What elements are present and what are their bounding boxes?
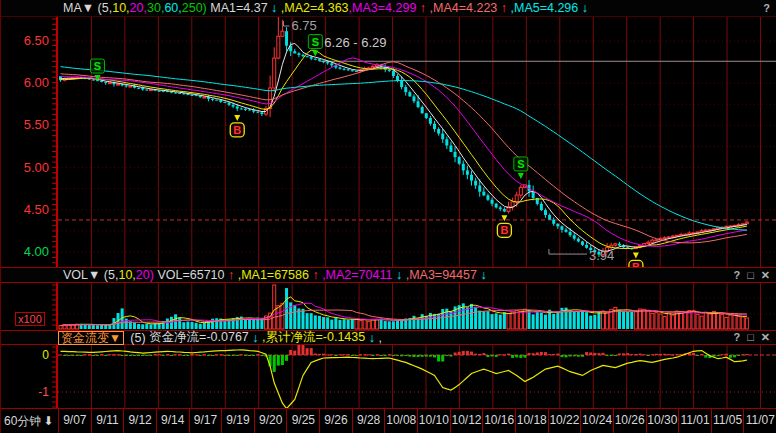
date-label: 10/16	[482, 409, 515, 433]
cumulative-flow-line	[61, 350, 747, 408]
date-label: 11/07	[743, 409, 776, 433]
close-icon[interactable]: ✕	[761, 331, 770, 344]
header-segment: (	[94, 1, 102, 15]
header-segment: ,MA1=67586	[234, 268, 309, 282]
volume-indicator-header: VOL▼ (5,10,20) VOL=65710 ↑ ,MA1=67586 ↑ …	[1, 267, 776, 283]
date-label: 10/18	[515, 409, 548, 433]
header-segment: ↑	[309, 268, 319, 282]
price-axis-label: 5.00	[24, 160, 49, 175]
capital-flow-header: 资金流变▼ (5) 资金净流=-0.0767 ↓ ,累计净流=-0.1435 ↓…	[1, 330, 776, 345]
svg-text:B: B	[500, 224, 508, 236]
date-label: 9/07	[58, 409, 91, 433]
maximize-icon[interactable]: □	[747, 331, 754, 344]
header-segment: ,MA2=4.363	[277, 1, 348, 15]
header-segment: 5,	[108, 268, 118, 282]
maximize-icon[interactable]: □	[747, 269, 754, 282]
date-label: 10/12	[450, 409, 483, 433]
header-segment: ↓	[578, 1, 588, 15]
date-label: 9/17	[189, 409, 222, 433]
price-axis-label: 6.00	[24, 75, 49, 90]
header-segment: 60,	[164, 1, 181, 15]
svg-text:S: S	[517, 158, 524, 170]
header-segment: (	[100, 268, 108, 282]
header-segment: ,MA3=94457	[402, 268, 477, 282]
vol-dropdown[interactable]: VOL▼	[63, 268, 100, 282]
date-label: 9/26	[319, 409, 352, 433]
price-axis-label: 4.00	[24, 244, 49, 259]
panel-controls: ?□✕	[733, 331, 776, 344]
sell-price-range: 6.26 - 6.29	[324, 35, 386, 50]
flow-axis-label: -1	[38, 385, 49, 399]
date-label: 11/01	[678, 409, 711, 433]
date-label: 9/19	[221, 409, 254, 433]
price-axis-label: 5.50	[24, 117, 49, 132]
header-segment: ,MA4=4.223	[426, 1, 497, 15]
svg-text:B: B	[632, 261, 640, 267]
date-label: 9/11	[91, 409, 124, 433]
header-segment: 5,	[102, 1, 112, 15]
header-segment: 20,	[130, 1, 147, 15]
date-label: 9/28	[352, 409, 385, 433]
header-segment: ,累计净流=-0.1435	[259, 329, 366, 346]
date-label: 9/25	[286, 409, 319, 433]
header-segment: ,	[375, 331, 382, 345]
header-segment: ↑	[416, 1, 426, 15]
date-label: 10/26	[613, 409, 646, 433]
period-selector[interactable]: 60分钟 ⬇	[1, 409, 58, 433]
ma-dropdown[interactable]: MA▼	[63, 1, 94, 15]
header-segment: ↑	[224, 268, 234, 282]
buy-marker: B	[497, 215, 511, 237]
date-label: 10/08	[384, 409, 417, 433]
header-segment: ↓	[268, 1, 278, 15]
header-segment: ,MA3=4.299	[349, 1, 417, 15]
flow-indicator-dropdown[interactable]: 资金流变▼	[58, 331, 124, 345]
help-icon[interactable]: ?	[733, 331, 740, 344]
date-label: 10/22	[548, 409, 581, 433]
period-label: 60分钟	[4, 413, 41, 430]
date-label: 10/10	[417, 409, 450, 433]
header-segment: 250)	[182, 1, 207, 15]
svg-text:B: B	[233, 124, 241, 136]
stock-chart-window: MA▼ (5,10,20,30,60,250) MA1=4.37 ↓ ,MA2=…	[0, 0, 776, 433]
help-icon[interactable]: ?	[733, 269, 740, 282]
low-price-annotation: 3.94	[589, 248, 614, 263]
flow-axis-label: 0	[42, 348, 49, 362]
panel-controls: ?	[763, 2, 776, 14]
header-segment: MA1=4.37	[207, 1, 268, 15]
price-axis-label: 6.50	[24, 33, 49, 48]
header-segment: 20)	[136, 268, 154, 282]
date-label: 11/05	[711, 409, 744, 433]
header-segment: ,MA2=70411	[319, 268, 393, 282]
capital-flow-chart[interactable]: 0-1	[1, 345, 776, 408]
header-segment: (5)	[127, 331, 146, 345]
high-price-annotation: 6.75	[291, 18, 316, 33]
date-label: 10/30	[646, 409, 679, 433]
date-label: 10/24	[580, 409, 613, 433]
svg-text:S: S	[312, 36, 319, 48]
date-label: 9/14	[156, 409, 189, 433]
buy-marker: B	[629, 252, 643, 267]
header-segment: 10,	[112, 1, 129, 15]
svg-text:S: S	[94, 60, 101, 72]
close-icon[interactable]: ✕	[761, 269, 770, 282]
header-segment: ,MA5=4.296	[507, 1, 578, 15]
chevron-down-icon: ⬇	[43, 414, 53, 428]
header-segment: VOL=65710	[154, 268, 225, 282]
header-segment: 30,	[147, 1, 164, 15]
ma-indicator-header: MA▼ (5,10,20,30,60,250) MA1=4.37 ↓ ,MA2=…	[1, 0, 776, 17]
header-segment: 10,	[118, 268, 135, 282]
buy-marker: B	[230, 115, 244, 137]
header-segment: ↓	[477, 268, 487, 282]
panel-controls: ?□✕	[733, 269, 776, 282]
sell-marker: S	[514, 157, 528, 179]
help-icon[interactable]: ?	[763, 2, 770, 14]
header-segment: ↓	[365, 331, 375, 345]
volume-chart[interactable]	[1, 283, 776, 330]
header-segment: ↓	[249, 331, 259, 345]
main-price-chart[interactable]: 6.506.005.505.004.504.006.753.94SBS6.26 …	[1, 17, 776, 267]
date-labels: 9/079/119/129/149/179/199/209/259/269/28…	[58, 409, 776, 433]
price-axis-label: 4.50	[24, 202, 49, 217]
time-axis: 60分钟 ⬇ 9/079/119/129/149/179/199/209/259…	[1, 408, 776, 433]
volume-scale-label: x100	[15, 312, 45, 326]
date-label: 9/12	[123, 409, 156, 433]
